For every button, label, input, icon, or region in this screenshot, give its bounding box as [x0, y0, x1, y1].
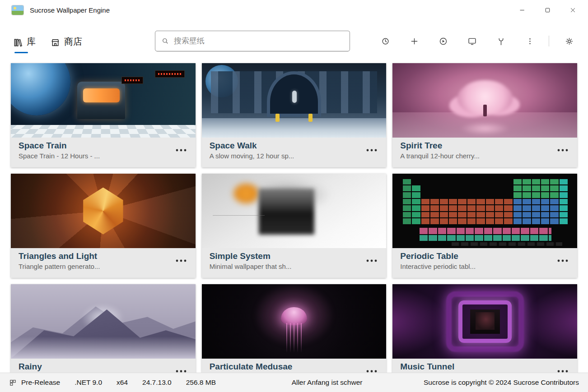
- platform-floor-art: [11, 125, 196, 138]
- wallpaper-card-particulate-medusae[interactable]: Particulate Medusae: [202, 284, 387, 373]
- card-more-button[interactable]: [363, 144, 381, 157]
- status-version: 24.7.13.0: [142, 378, 172, 387]
- card-subtitle: Minimal wallpaper that sh...: [210, 263, 359, 270]
- tab-library[interactable]: 库: [13, 36, 36, 53]
- wallpaper-thumbnail[interactable]: [11, 63, 196, 138]
- toolbar-divider: [549, 36, 549, 46]
- wallpaper-thumbnail[interactable]: [11, 284, 196, 359]
- card-title: Space Walk: [210, 141, 359, 151]
- tab-store[interactable]: 商店: [50, 36, 82, 53]
- wallpaper-card-periodic-table[interactable]: Periodic Table Interactive periodic tabl…: [392, 174, 577, 278]
- wallpaper-thumbnail[interactable]: [11, 174, 196, 248]
- screen-select-button[interactable]: [463, 32, 481, 50]
- add-wallpaper-button[interactable]: [405, 32, 423, 50]
- card-subtitle: Space Train - 12 Hours - ...: [19, 152, 168, 160]
- close-icon: [569, 6, 577, 14]
- tab-store-label: 商店: [64, 36, 82, 48]
- card-more-button[interactable]: [363, 254, 381, 267]
- wallpaper-card-simple-system[interactable]: Simple System Minimal wallpaper that sh.…: [202, 174, 387, 278]
- status-left-group: Pre-Release .NET 9.0 x64 24.7.13.0 256.8…: [9, 378, 230, 387]
- card-label: Spirit Tree A tranquil 12-hour cherry...: [392, 138, 577, 167]
- wallpaper-card-space-walk[interactable]: Space Walk A slow moving, 12 hour sp...: [202, 63, 387, 167]
- card-more-button[interactable]: [363, 365, 381, 373]
- wallpaper-thumbnail[interactable]: [202, 174, 387, 248]
- wallpaper-card-spirit-tree[interactable]: Spirit Tree A tranquil 12-hour cherry...: [392, 63, 577, 167]
- wallpaper-card-rainy[interactable]: Rainy: [11, 284, 196, 373]
- grid-lines-art: [402, 179, 568, 225]
- card-subtitle: A tranquil 12-hour cherry...: [400, 152, 550, 160]
- titlebar: Sucrose Wallpaper Engine: [0, 0, 588, 20]
- lanthanide-row-art: [419, 228, 551, 234]
- ellipsis-icon: [366, 258, 378, 263]
- wallpaper-grid: Space Train Space Train - 12 Hours - ...: [0, 58, 588, 373]
- ellipsis-icon: [557, 258, 569, 263]
- maximize-button[interactable]: [535, 1, 560, 19]
- led-sign-art: [121, 77, 143, 84]
- tree-trunk-art: [483, 105, 487, 116]
- settings-button[interactable]: [560, 32, 578, 50]
- wallpaper-thumbnail[interactable]: [392, 284, 577, 359]
- more-options-button[interactable]: [521, 32, 539, 50]
- side-glow-art: [392, 284, 447, 359]
- wallpaper-thumbnail[interactable]: [202, 284, 387, 359]
- wallpaper-thumbnail[interactable]: [392, 174, 577, 248]
- card-label: Space Walk A slow moving, 12 hour sp...: [202, 138, 387, 167]
- card-more-button[interactable]: [554, 254, 572, 267]
- earth-art: [11, 63, 70, 115]
- play-button[interactable]: [434, 32, 452, 50]
- wallpaper-thumbnail[interactable]: [202, 63, 387, 138]
- toolbar: [376, 32, 578, 50]
- store-icon: [50, 37, 61, 48]
- blurred-screenshot-art: [259, 189, 314, 235]
- window-title: Sucrose Wallpaper Engine: [30, 6, 110, 14]
- library-icon: [13, 37, 23, 48]
- train-art: [77, 82, 125, 119]
- card-title: Periodic Table: [400, 251, 550, 261]
- card-label: Space Train Space Train - 12 Hours - ...: [11, 138, 196, 167]
- card-more-button[interactable]: [172, 365, 190, 373]
- search-input[interactable]: [174, 31, 350, 51]
- card-title: Particulate Medusae: [210, 362, 359, 372]
- reflection-art: [460, 122, 510, 135]
- minimize-icon: [518, 6, 526, 14]
- floor-art: [202, 118, 387, 138]
- ellipsis-icon: [175, 369, 187, 373]
- minimize-button[interactable]: [509, 1, 535, 19]
- maximize-icon: [544, 6, 551, 14]
- card-title: Space Train: [19, 141, 168, 151]
- figure-art: [476, 312, 495, 330]
- status-memory: 256.8 MB: [186, 378, 216, 387]
- card-more-button[interactable]: [554, 365, 572, 373]
- wallpaper-card-music-tunnel[interactable]: Music Tunnel: [392, 284, 577, 373]
- status-message: Aller Anfang ist schwer: [230, 378, 424, 387]
- card-label: Triangles and Light Triangle pattern gen…: [11, 248, 196, 278]
- history-button[interactable]: [376, 32, 394, 50]
- wallpaper-card-space-train[interactable]: Space Train Space Train - 12 Hours - ...: [11, 63, 196, 167]
- status-arch: x64: [117, 378, 128, 387]
- tab-library-label: 库: [27, 36, 36, 48]
- status-channel: Pre-Release: [21, 378, 60, 387]
- astronaut-art: [292, 91, 297, 103]
- card-more-button[interactable]: [172, 254, 190, 267]
- ellipsis-icon: [557, 148, 569, 152]
- card-label: Rainy: [11, 359, 196, 373]
- led-sign-art: [155, 70, 185, 78]
- app-window: Sucrose Wallpaper Engine 库: [0, 0, 588, 392]
- close-button[interactable]: [560, 1, 585, 19]
- search-box[interactable]: [155, 31, 350, 51]
- yellow-post-art: [275, 114, 280, 122]
- ellipsis-icon: [557, 369, 569, 373]
- card-title: Simple System: [210, 251, 359, 261]
- card-title: Spirit Tree: [400, 141, 550, 151]
- wallpaper-card-triangles[interactable]: Triangles and Light Triangle pattern gen…: [11, 174, 196, 278]
- wallpaper-thumbnail[interactable]: [392, 63, 577, 138]
- add-icon: [410, 37, 419, 46]
- ellipsis-icon: [366, 369, 378, 373]
- card-more-button[interactable]: [172, 144, 190, 157]
- magic-wand-button[interactable]: [492, 32, 510, 50]
- beta-grid-icon: [9, 379, 17, 387]
- periodic-table-art: [402, 179, 568, 225]
- play-icon: [439, 37, 448, 46]
- card-title: Rainy: [19, 362, 168, 372]
- card-more-button[interactable]: [554, 144, 572, 157]
